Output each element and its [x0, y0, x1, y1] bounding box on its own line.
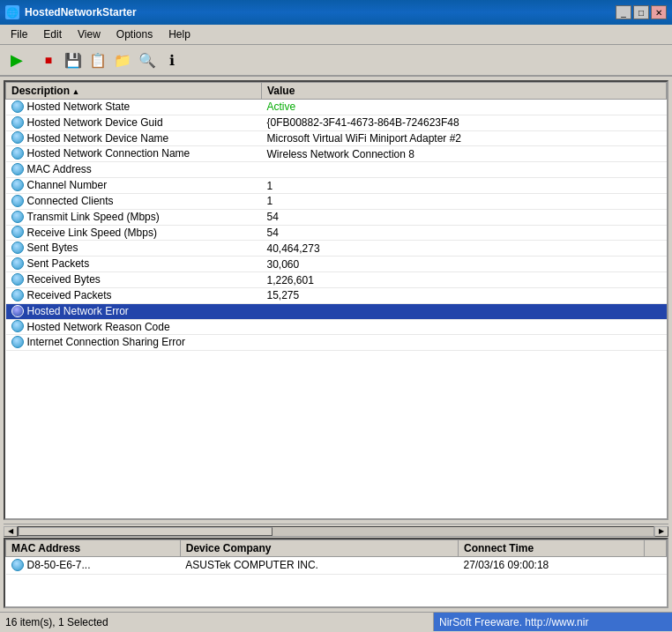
row-value: {0FB00882-3F41-4673-864B-724623F48: [262, 115, 667, 130]
row-description: Received Bytes: [6, 272, 262, 288]
table-row[interactable]: Hosted Network Device NameMicrosoft Virt…: [6, 130, 667, 146]
stop-button[interactable]: ■: [37, 48, 60, 71]
save-button[interactable]: 💾: [62, 48, 85, 71]
row-icon: [11, 131, 24, 144]
bottom-table: MAC Address Device Company Connect Time …: [5, 539, 667, 575]
row-description: Hosted Network Error: [6, 303, 262, 319]
menu-item-edit[interactable]: Edit: [36, 26, 69, 42]
row-description: Hosted Network Device Guid: [6, 115, 262, 130]
scroll-thumb[interactable]: [19, 527, 273, 536]
horizontal-scrollbar[interactable]: ◀ ▶: [4, 524, 668, 538]
table-row[interactable]: Received Bytes1,226,601: [6, 272, 667, 288]
row-description: Connected Clients: [6, 193, 262, 209]
table-row[interactable]: Hosted Network StateActive: [6, 100, 667, 115]
row-icon: [11, 226, 24, 238]
row-value: [262, 335, 667, 351]
maximize-button[interactable]: □: [633, 5, 649, 19]
row-description: Hosted Network Reason Code: [6, 319, 262, 335]
row-value: Microsoft Virtual WiFi Miniport Adapter …: [262, 130, 667, 146]
copy-button[interactable]: 📋: [86, 48, 109, 71]
menu-item-view[interactable]: View: [71, 26, 108, 42]
row-icon: [11, 320, 24, 332]
scroll-left-arrow[interactable]: ◀: [4, 526, 18, 537]
row-description: Received Packets: [6, 287, 262, 303]
row-icon: [11, 242, 24, 254]
close-button[interactable]: ✕: [651, 5, 667, 19]
row-description: Internet Connection Sharing Error: [6, 335, 262, 351]
folder-button[interactable]: 📁: [111, 48, 134, 71]
row-value: 54: [262, 209, 667, 225]
main-table: Description Value Hosted Network StateAc…: [5, 82, 667, 351]
minimize-button[interactable]: _: [616, 5, 631, 19]
row-value: 1: [262, 178, 667, 194]
find-button[interactable]: 🔍: [136, 48, 159, 71]
menu-item-options[interactable]: Options: [109, 26, 160, 42]
row-icon: [11, 289, 24, 301]
scroll-track[interactable]: [18, 526, 654, 537]
row-value: Active: [262, 100, 667, 115]
row-value: 30,060: [262, 257, 667, 272]
table-row[interactable]: Hosted Network Reason Code: [6, 319, 667, 335]
row-description: Channel Number: [6, 178, 262, 194]
col-header-connect-time[interactable]: Connect Time: [459, 540, 645, 557]
table-row[interactable]: Receive Link Speed (Mbps)54: [6, 225, 667, 241]
row-icon: [11, 211, 24, 223]
row-value: 1: [262, 193, 667, 209]
row-description: Transmit Link Speed (Mbps): [6, 209, 262, 225]
row-icon: [11, 273, 24, 286]
row-description: Hosted Network Connection Name: [6, 146, 262, 162]
menu-bar: FileEditViewOptionsHelp: [0, 25, 672, 45]
row-description: Hosted Network State: [6, 100, 262, 115]
status-bar: 16 item(s), 1 Selected NirSoft Freeware.…: [0, 612, 672, 631]
col-header-mac[interactable]: MAC Address: [6, 540, 181, 557]
client-company: ASUSTek COMPUTER INC.: [180, 557, 458, 575]
title-bar: 🌐 HostedNetworkStarter _ □ ✕: [0, 0, 672, 25]
row-value: 54: [262, 225, 667, 241]
client-connect-time: 27/03/16 09:00:18: [459, 557, 645, 575]
row-description: Sent Bytes: [6, 241, 262, 257]
bottom-table-row[interactable]: D8-50-E6-7...ASUSTek COMPUTER INC.27/03/…: [6, 557, 667, 575]
table-row[interactable]: Hosted Network Connection NameWireless N…: [6, 146, 667, 162]
table-row[interactable]: Connected Clients1: [6, 193, 667, 209]
table-row[interactable]: Internet Connection Sharing Error: [6, 335, 667, 351]
play-button[interactable]: ▶: [5, 48, 28, 71]
status-right: NirSoft Freeware. http://www.nir: [434, 613, 672, 631]
table-row[interactable]: Sent Packets30,060: [6, 257, 667, 272]
col-header-description[interactable]: Description: [6, 83, 262, 100]
table-row[interactable]: Channel Number1: [6, 178, 667, 194]
table-row[interactable]: Hosted Network Error: [6, 303, 667, 319]
app-icon: 🌐: [5, 5, 19, 19]
window-title: HostedNetworkStarter: [25, 6, 616, 19]
window-controls: _ □ ✕: [616, 5, 667, 19]
row-value: 1,226,601: [262, 272, 667, 288]
table-row[interactable]: Received Packets15,275: [6, 287, 667, 303]
col-header-company[interactable]: Device Company: [180, 540, 458, 557]
table-row[interactable]: Hosted Network Device Guid{0FB00882-3F41…: [6, 115, 667, 130]
row-icon: [11, 179, 24, 191]
row-value: Wireless Network Connection 8: [262, 146, 667, 162]
main-content: Description Value Hosted Network StateAc…: [0, 77, 672, 612]
client-extra: [644, 557, 666, 575]
row-icon: [11, 116, 24, 129]
status-left: 16 item(s), 1 Selected: [0, 613, 434, 631]
bottom-table-container[interactable]: MAC Address Device Company Connect Time …: [4, 538, 668, 608]
row-value: 15,275: [262, 287, 667, 303]
client-mac: D8-50-E6-7...: [6, 557, 181, 575]
row-icon: [11, 163, 24, 175]
row-description: Sent Packets: [6, 257, 262, 272]
row-icon: [11, 305, 24, 317]
table-row[interactable]: Transmit Link Speed (Mbps)54: [6, 209, 667, 225]
row-icon: [11, 100, 24, 113]
table-row[interactable]: MAC Address: [6, 162, 667, 178]
table-row[interactable]: Sent Bytes40,464,273: [6, 241, 667, 257]
scroll-right-arrow[interactable]: ▶: [654, 526, 668, 537]
row-icon: [11, 147, 24, 160]
main-table-container[interactable]: Description Value Hosted Network StateAc…: [4, 80, 668, 520]
menu-item-file[interactable]: File: [4, 26, 34, 42]
row-description: Receive Link Speed (Mbps): [6, 225, 262, 241]
menu-item-help[interactable]: Help: [161, 26, 198, 42]
info-button[interactable]: ℹ: [161, 48, 183, 71]
col-header-value[interactable]: Value: [262, 83, 667, 100]
row-icon: [11, 336, 24, 348]
client-row-icon: [11, 559, 24, 571]
